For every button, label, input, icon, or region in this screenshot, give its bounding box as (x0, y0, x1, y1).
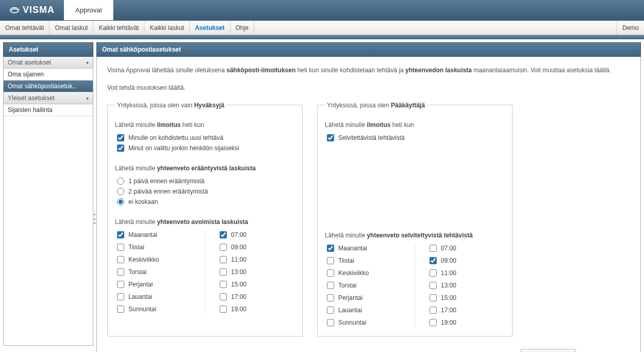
checkbox[interactable] (220, 293, 227, 300)
day-checkbox[interactable]: Perjantai (115, 279, 192, 290)
column-separator (205, 230, 205, 314)
box-approver: Yrityksissä, joissa olen vain Hyväksyjä … (107, 102, 303, 337)
checkbox[interactable] (430, 319, 437, 326)
checkbox[interactable] (220, 268, 227, 276)
checkbox[interactable] (117, 293, 124, 300)
checkbox[interactable] (327, 282, 334, 289)
day-checkbox[interactable]: Tiistai (325, 255, 402, 266)
sidebar-item-oma-sijainen[interactable]: Oma sijainen (4, 69, 93, 81)
time-checkbox[interactable]: 13:00 (218, 267, 295, 277)
menu-kaikki-laskut[interactable]: Kaikki laskut (144, 21, 190, 35)
save-button[interactable]: Tallenna (520, 349, 576, 352)
checkbox[interactable] (430, 257, 437, 264)
page-strip (0, 35, 644, 39)
checkbox[interactable] (327, 319, 334, 326)
time-checkbox[interactable]: 17:00 (218, 292, 295, 302)
checkbox[interactable] (430, 294, 437, 301)
checkbox[interactable] (117, 306, 124, 313)
admin-summary-heading: Lähetä minulle yhteenveto selvitettyvist… (325, 232, 505, 239)
workspace: Asetukset Omat asetukset ▾ Oma sijainen … (0, 39, 644, 352)
approver-notif-new-task[interactable]: Minulle on kohdistettu uusi tehtävä (115, 133, 295, 143)
checkbox[interactable] (430, 245, 437, 252)
checkbox[interactable] (117, 256, 124, 263)
time-checkbox[interactable]: 13:00 (427, 280, 505, 291)
day-checkbox[interactable]: Maanantai (325, 243, 402, 253)
time-checkbox[interactable]: 11:00 (218, 254, 295, 265)
time-checkbox[interactable]: 09:00 (427, 255, 505, 266)
menu-ohje[interactable]: Ohje (230, 21, 254, 35)
checkbox[interactable] (430, 282, 437, 289)
approver-days-column: MaanantaiTiistaiKeskiviikkoTorstaiPerjan… (115, 230, 192, 314)
time-checkbox[interactable]: 19:00 (218, 304, 295, 314)
menu-omat-tehtavat[interactable]: Omat tehtävät (0, 21, 49, 35)
sidebar-title: Asetukset (3, 42, 93, 57)
checkbox[interactable] (117, 281, 124, 288)
checkbox[interactable] (220, 231, 227, 238)
box-approver-legend: Yrityksissä, joissa olen vain Hyväksyjä (115, 102, 226, 109)
panel-title: Omat sähköpostiasetukset (96, 42, 641, 57)
checkbox[interactable] (220, 281, 227, 288)
time-checkbox[interactable]: 15:00 (427, 293, 505, 303)
admin-notif-investigate[interactable]: Selvitettävistä tehtävistä (325, 133, 505, 143)
main-panel: Omat sähköpostiasetukset Visma Approval … (96, 42, 641, 352)
checkbox[interactable] (327, 307, 334, 314)
checkbox[interactable] (430, 269, 437, 277)
checkbox[interactable] (220, 306, 227, 313)
checkbox[interactable] (117, 268, 124, 276)
sidebar-group-yleiset-asetukset[interactable]: Yleiset asetukset ▾ (4, 92, 93, 104)
checkbox[interactable] (430, 307, 437, 314)
radio-1-day-before[interactable]: 1 päivä ennen erääntymistä (115, 176, 295, 186)
time-checkbox[interactable]: 15:00 (218, 279, 295, 290)
chevron-down-icon: ▾ (86, 60, 89, 66)
checkbox[interactable] (327, 269, 334, 277)
time-checkbox[interactable]: 11:00 (427, 268, 505, 278)
time-checkbox[interactable]: 07:00 (427, 243, 505, 253)
admin-days-column: MaanantaiTiistaiKeskiviikkoTorstaiPerjan… (325, 243, 402, 328)
time-checkbox[interactable]: 17:00 (427, 305, 505, 315)
day-checkbox[interactable]: Perjantai (325, 293, 402, 303)
day-checkbox[interactable]: Sunnuntai (325, 317, 402, 328)
visma-logo-icon (9, 7, 20, 14)
time-checkbox[interactable]: 07:00 (218, 230, 295, 240)
day-checkbox[interactable]: Lauantai (115, 292, 192, 302)
checkbox[interactable] (117, 244, 124, 251)
checkbox[interactable] (117, 134, 124, 141)
radio-never[interactable]: ei koskaan (115, 197, 295, 207)
day-checkbox[interactable]: Keskiviikko (325, 268, 402, 278)
radio[interactable] (117, 198, 124, 205)
day-checkbox[interactable]: Tiistai (115, 242, 192, 252)
day-checkbox[interactable]: Lauantai (325, 305, 402, 315)
time-checkbox[interactable]: 19:00 (427, 317, 505, 328)
checkbox[interactable] (327, 257, 334, 264)
checkbox[interactable] (220, 244, 227, 251)
admin-notif-heading: Lähetä minulle ilmoitus heti kun (325, 121, 505, 129)
approver-summary2-heading: Lähetä minulle yhteenveto avoimista lask… (115, 218, 295, 226)
time-checkbox[interactable]: 09:00 (218, 242, 295, 252)
menu-omat-laskut[interactable]: Omat laskut (49, 21, 93, 35)
radio[interactable] (117, 178, 124, 185)
checkbox[interactable] (327, 245, 334, 252)
splitter-grip[interactable] (94, 214, 97, 224)
checkbox[interactable] (117, 231, 124, 238)
sidebar-item-omat-sahkopostiasetukset[interactable]: Omat sähköpostiasetuk.. (4, 81, 93, 92)
menu-bar: Omat tehtävät Omat laskut Kaikki tehtävä… (0, 21, 644, 35)
checkbox[interactable] (117, 145, 124, 152)
menu-kaikki-tehtavat[interactable]: Kaikki tehtävät (93, 21, 144, 35)
app-tab-label: Approval (75, 6, 102, 14)
day-checkbox[interactable]: Torstai (115, 267, 192, 277)
checkbox[interactable] (327, 134, 334, 141)
sidebar-item-sijaisten-hallinta[interactable]: Sijaisten hallinta (4, 104, 93, 116)
approver-notif-substitute[interactable]: Minut on valittu jonkin henkilön sijaise… (115, 143, 295, 153)
menu-asetukset[interactable]: Asetukset (190, 21, 230, 35)
day-checkbox[interactable]: Keskiviikko (115, 254, 192, 265)
radio-2-days-before[interactable]: 2 päivää ennen erääntymistä (115, 186, 295, 197)
checkbox[interactable] (327, 294, 334, 301)
day-checkbox[interactable]: Sunnuntai (115, 304, 192, 314)
day-checkbox[interactable]: Torstai (325, 280, 402, 291)
radio[interactable] (117, 188, 124, 195)
day-checkbox[interactable]: Maanantai (115, 230, 192, 240)
app-tab-approval[interactable]: Approval (64, 0, 113, 20)
sidebar-group-omat-asetukset[interactable]: Omat asetukset ▾ (4, 57, 93, 69)
checkbox[interactable] (220, 256, 227, 263)
menu-demo[interactable]: Demo (617, 21, 644, 35)
